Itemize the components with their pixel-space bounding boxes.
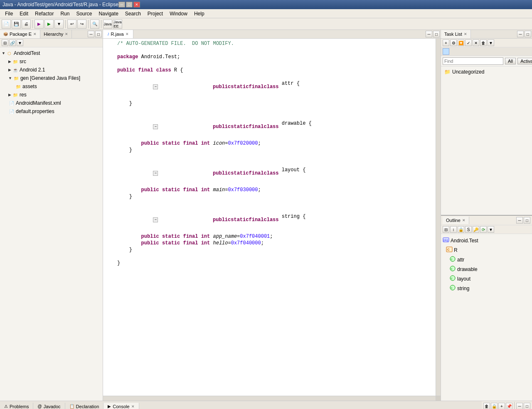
tree-item-gen[interactable]: ▼ 📁 gen [Generated Java Files] [2,74,101,82]
tree-item-assets[interactable]: 📁 assets [2,82,101,91]
task-delete-button[interactable]: ✕ [473,39,479,46]
console-close[interactable]: ✕ [131,404,135,409]
task-list-close[interactable]: ✕ [464,32,467,36]
collapse-all-button[interactable]: ⊟ [2,39,8,46]
panel-minimize[interactable]: ─ [88,31,94,37]
link-editor-button[interactable]: 🔗 [9,39,16,46]
menu-help[interactable]: Help [191,10,208,17]
hierarchy-close[interactable]: ✕ [65,32,68,36]
minimize-button[interactable]: ─ [118,2,125,7]
run-button[interactable]: ▶ [44,20,54,29]
activate-button[interactable]: Activat... [517,58,532,64]
tree-item-manifest[interactable]: 📄 AndroidManifest.xml [2,99,101,107]
find-all-button[interactable]: All [505,58,516,64]
expand-arrow-res[interactable]: ▶ [8,93,11,97]
menu-navigate[interactable]: Navigate [95,10,121,17]
expand-arrow-src[interactable]: ▶ [8,59,11,64]
outline-inner-attr[interactable]: c attr [443,255,530,264]
console-new[interactable]: + [498,403,505,409]
package-explorer-close[interactable]: ✕ [33,32,37,36]
outline-hide-static[interactable]: S [465,226,472,233]
new-button[interactable]: 📄 [2,20,11,29]
expand-arrow-gen[interactable]: ▼ [8,76,12,80]
outline-collapse[interactable]: ⊟ [443,226,449,233]
console-minimize[interactable]: ─ [516,403,523,409]
collapse-drawable[interactable]: − [153,124,158,129]
outline-sync[interactable]: ⟳ [480,226,487,233]
tree-item-src[interactable]: ▶ 📁 src [2,57,101,66]
tab-hierarchy[interactable]: Hierarchy ✕ [40,30,72,38]
task-purge-button[interactable]: 🗑 [480,39,487,46]
task-minimize[interactable]: ─ [517,31,524,37]
outline-hide-nonpublic[interactable]: 🔑 [473,226,479,233]
new-task-button[interactable]: + [443,39,449,46]
perspective-java[interactable]: Java [103,20,112,29]
console-clear[interactable]: 🗑 [483,403,490,409]
tab-task-list[interactable]: Task List ✕ [441,30,471,38]
task-maximize[interactable]: □ [525,31,531,37]
editor-maximize[interactable]: □ [433,31,440,37]
code-editor[interactable]: /* AUTO-GENERATED FILE. DO NOT MODIFY. p… [103,39,436,396]
editor-vscroll[interactable] [436,39,441,396]
collapse-attr[interactable]: − [153,84,158,89]
close-button[interactable]: ✕ [133,2,140,7]
outline-close[interactable]: ✕ [462,218,466,222]
task-more-button[interactable]: ▼ [488,39,494,46]
editor-minimize[interactable]: ─ [426,31,432,37]
task-complete-button[interactable]: ✓ [465,39,472,46]
menu-project[interactable]: Project [144,10,166,17]
tree-item-res[interactable]: ▶ 📁 res [2,91,101,99]
collapse-layout[interactable]: − [153,171,158,176]
collapse-string[interactable]: − [153,217,158,222]
task-settings-button[interactable]: ⚙ [450,39,457,46]
tab-problems[interactable]: ⚠ Problems [0,403,33,409]
maximize-button[interactable]: □ [126,2,133,7]
expand-arrow-androidtest[interactable]: ▼ [2,51,5,55]
save-button[interactable]: 💾 [12,20,21,29]
task-uncategorized[interactable]: 📁 Uncategorized [443,68,530,76]
menu-search[interactable]: Search [122,10,144,17]
redo-button[interactable]: ↪ [77,20,86,29]
editor-hscroll[interactable] [103,396,436,401]
debug-button[interactable]: ▶ [34,20,44,29]
menu-source[interactable]: Source [73,10,95,17]
tab-console[interactable]: ▶ Console ✕ [103,403,139,409]
editor-tab-close[interactable]: ✕ [126,32,129,36]
outline-sort[interactable]: ↕ [450,226,457,233]
print-button[interactable]: 🖨 [22,20,31,29]
tree-area[interactable]: ▼ ⬡ AndroidTest ▶ 📁 src ▶ ☕ Android 2.1 [0,47,103,401]
task-filter-button[interactable]: 🔽 [458,39,464,46]
console-scroll-lock[interactable]: 🔒 [491,403,498,409]
tab-outline[interactable]: Outline ✕ [443,217,469,224]
editor-tab-rjava[interactable]: J R.java ✕ [103,30,133,38]
outline-inner-drawable[interactable]: c drawable [443,264,530,274]
menu-window[interactable]: Window [166,10,191,17]
outline-class-r[interactable]: C R [443,245,530,255]
console-pin[interactable]: 📌 [506,403,512,409]
outline-inner-layout[interactable]: c layout [443,274,530,283]
menu-edit[interactable]: Edit [16,10,32,17]
outline-more[interactable]: ▼ [488,226,494,233]
view-menu-button[interactable]: ▼ [17,39,23,46]
outline-inner-string[interactable]: c string [443,283,530,293]
outline-package[interactable]: pkg Android.Test [443,236,530,245]
outline-minimize[interactable]: ─ [516,217,523,224]
search-button[interactable]: 🔍 [90,20,99,29]
tree-item-android21[interactable]: ▶ ☕ Android 2.1 [2,66,101,74]
menu-refactor[interactable]: Refactor [32,10,57,17]
undo-button[interactable]: ↩ [67,20,76,29]
run-dropdown[interactable]: ▼ [54,20,64,29]
tab-package-explorer[interactable]: 📦 Package E ✕ [0,30,40,38]
outline-maximize[interactable]: □ [524,217,530,224]
tree-item-properties[interactable]: 📄 default.properties [2,107,101,116]
tree-item-androidtest[interactable]: ▼ ⬡ AndroidTest [2,49,101,57]
tab-declaration[interactable]: 📋 Declaration [65,403,104,409]
expand-arrow-android21[interactable]: ▶ [8,68,11,72]
perspective-javaee[interactable]: Java EE [113,20,122,29]
console-maximize[interactable]: □ [524,403,530,409]
find-input[interactable] [443,57,503,65]
menu-run[interactable]: Run [57,10,73,17]
tab-javadoc[interactable]: @ Javadoc [33,403,65,409]
menu-file[interactable]: File [2,10,16,17]
outline-hide-fields[interactable]: 🔒 [458,226,464,233]
